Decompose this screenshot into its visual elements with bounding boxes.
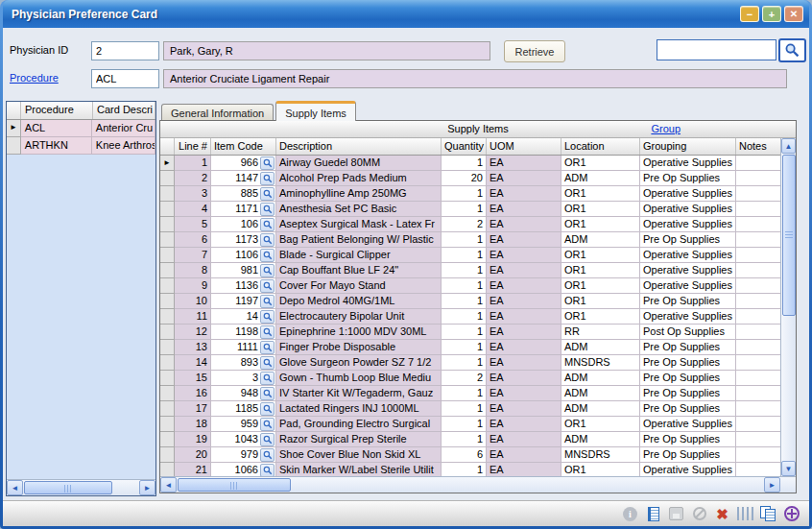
uom-cell[interactable]: EA [487,325,561,340]
procedure-link[interactable]: Procedure [10,72,59,84]
supply-vscrollbar[interactable]: ▲ ▼ [780,138,796,476]
procedure-input[interactable] [91,69,159,88]
item-code-column-header[interactable]: Item Code [211,138,276,155]
scroll-right-icon[interactable]: ► [764,477,780,493]
row-selector[interactable] [160,263,175,278]
grouping-cell[interactable]: Operative Supplies [640,248,736,263]
description-cell[interactable]: Razor Surgical Prep Sterile [276,432,442,447]
location-cell[interactable]: OR1 [561,217,640,232]
location-cell[interactable]: OR1 [561,463,640,476]
item-code-cell[interactable]: 948 [211,386,276,401]
grouping-cell[interactable]: Pre Op Supplies [640,294,736,309]
item-lookup-magnifier-icon[interactable] [260,356,275,370]
supply-table-row[interactable]: 7 1106 Blade - Surgical Clipper 1 EA OR1… [160,248,780,263]
item-code-cell[interactable]: 14 [211,309,276,325]
location-cell[interactable]: ADM [561,371,640,386]
item-lookup-magnifier-icon[interactable] [260,264,275,277]
notes-cell[interactable] [736,263,780,278]
row-selector[interactable] [160,232,175,248]
procedure-cell[interactable]: ACL [21,120,92,137]
grouping-cell[interactable]: Operative Supplies [640,186,736,202]
location-column-header[interactable]: Location [561,138,640,155]
location-cell[interactable]: OR1 [561,156,640,171]
description-cell[interactable]: Finger Probe Disposable [276,340,442,355]
quantity-cell[interactable]: 2 [442,371,487,386]
quantity-cell[interactable]: 1 [442,401,487,417]
notes-cell[interactable] [736,232,780,248]
quantity-cell[interactable]: 1 [442,248,487,263]
procedure-list-row[interactable]: ACL Anterior Cru [7,120,155,137]
scroll-down-icon[interactable]: ▼ [781,461,796,476]
supply-table-row[interactable]: 10 1197 Depo Medrol 40MG/1ML 1 EA OR1 Pr… [160,294,780,309]
row-selector[interactable] [160,248,175,263]
description-cell[interactable]: Lactated Ringers INJ 1000ML [276,401,442,417]
quantity-cell[interactable]: 1 [442,156,487,171]
grouping-cell[interactable]: Pre Op Supplies [640,340,736,355]
item-code-cell[interactable]: 1111 [211,340,276,355]
row-selector[interactable] [160,325,175,340]
card-description-column-header[interactable]: Card Descri [93,102,155,119]
row-selector[interactable] [160,447,175,463]
supply-table-row[interactable]: 5 106 Aseptex Surgical Mask - Latex Fr 2… [160,217,780,232]
supply-table-row[interactable]: 14 893 Glove Surgeon Powder SZ 7 1/2 1 E… [160,355,780,371]
row-selector[interactable] [160,386,175,401]
location-cell[interactable]: MNSDRS [561,447,640,463]
copy-icon[interactable] [760,506,776,522]
description-cell[interactable]: Cap Bouffant Blue LF 24" [276,263,442,278]
procedure-list-row[interactable]: ARTHKN Knee Arthros [7,137,155,155]
grouping-cell[interactable]: Operative Supplies [640,263,736,278]
notes-cell[interactable] [736,217,780,232]
item-code-cell[interactable]: 1106 [211,248,276,263]
notes-cell[interactable] [736,386,780,401]
item-lookup-magnifier-icon[interactable] [260,418,275,431]
uom-cell[interactable]: EA [487,355,561,371]
procedure-column-header[interactable]: Procedure [21,102,93,119]
item-code-cell[interactable]: 966 [211,156,276,171]
grouping-cell[interactable]: Pre Op Supplies [640,355,736,371]
quantity-cell[interactable]: 1 [442,294,487,309]
uom-cell[interactable]: EA [487,217,561,232]
notes-cell[interactable] [736,417,780,432]
item-code-cell[interactable]: 979 [211,447,276,463]
row-selector[interactable] [160,463,175,476]
description-cell[interactable]: IV Starter Kit W/Tegaderm, Gauz [276,386,442,401]
description-cell[interactable]: Blade - Surgical Clipper [276,248,442,263]
notes-cell[interactable] [736,463,780,476]
item-code-cell[interactable]: 1147 [211,171,276,186]
item-lookup-magnifier-icon[interactable] [260,464,275,477]
hscroll-thumb[interactable] [24,481,112,494]
uom-cell[interactable]: EA [487,371,561,386]
row-selector[interactable] [160,309,175,325]
item-lookup-magnifier-icon[interactable] [260,156,275,170]
quantity-cell[interactable]: 1 [442,278,487,294]
quantity-cell[interactable]: 1 [442,463,487,476]
supply-table-row[interactable]: 19 1043 Razor Surgical Prep Sterile 1 EA… [160,432,780,447]
notes-cell[interactable] [736,355,780,371]
description-cell[interactable]: Depo Medrol 40MG/1ML [276,294,442,309]
row-selector[interactable] [160,294,175,309]
description-cell[interactable]: Cover For Mayo Stand [276,278,442,294]
line-column-header[interactable]: Line # [175,138,211,155]
quantity-cell[interactable]: 1 [442,186,487,202]
uom-cell[interactable]: EA [487,248,561,263]
quantity-column-header[interactable]: Quantity [442,138,487,155]
notes-cell[interactable] [736,186,780,202]
notes-cell[interactable] [736,401,780,417]
location-cell[interactable]: OR1 [561,186,640,202]
hscroll-thumb[interactable] [178,478,291,492]
supply-table-row[interactable]: 12 1198 Epinephrine 1:1000 MDV 30ML 1 EA… [160,325,780,340]
location-cell[interactable]: MNSDRS [561,355,640,371]
grouping-cell[interactable]: Operative Supplies [640,309,736,325]
tab-general-information[interactable]: General Information [161,104,274,121]
description-cell[interactable]: Epinephrine 1:1000 MDV 30ML [276,325,442,340]
notes-cell[interactable] [736,171,780,186]
description-cell[interactable]: Skin Marker W/Label Sterile Utilit [276,463,442,476]
grouping-cell[interactable]: Operative Supplies [640,217,736,232]
row-selector[interactable] [160,156,175,171]
scroll-left-icon[interactable]: ◄ [7,480,23,495]
supply-table-row[interactable]: 4 1171 Anesthesia Set PC Basic 1 EA OR1 … [160,202,780,217]
grouping-cell[interactable]: Pre Op Supplies [640,171,736,186]
description-cell[interactable]: Shoe Cover Blue Non Skid XL [276,447,442,463]
search-input[interactable] [657,39,776,60]
row-selector[interactable] [160,217,175,232]
